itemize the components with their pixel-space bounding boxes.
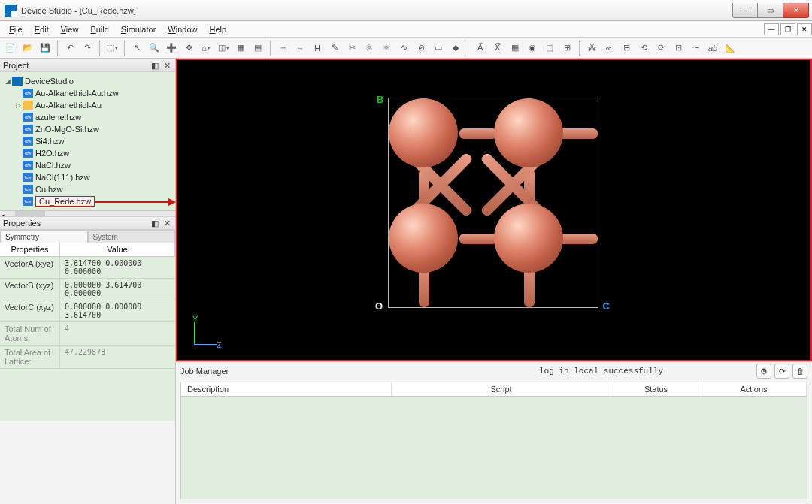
tree-item[interactable]: ▷Au-Alkanethiol-Au — [2, 99, 172, 111]
menu-file[interactable]: File — [3, 23, 29, 35]
properties-title: Properties — [3, 219, 41, 228]
tree-item[interactable]: Au-Alkanethiol-Au.hzw — [2, 87, 172, 99]
properties-close-icon[interactable]: ✕ — [162, 218, 172, 228]
menu-window[interactable]: Window — [162, 23, 203, 35]
property-row: VectorC (xyz)0.000000 0.000000 3.614700 — [0, 300, 175, 322]
atom[interactable] — [389, 204, 458, 273]
menu-help[interactable]: Help — [203, 23, 232, 35]
job-col-actions: Actions — [701, 382, 807, 396]
perspective-icon[interactable]: ◫ — [216, 41, 231, 56]
tree-item[interactable]: NaCl(111).hzw — [2, 171, 172, 183]
hzw-file-icon — [23, 113, 33, 122]
redo-icon[interactable]: ↷ — [80, 41, 95, 56]
tree-item[interactable]: NaCl.hzw — [2, 159, 172, 171]
chain-icon[interactable]: ∞ — [601, 41, 617, 56]
job-refresh-icon[interactable]: ⟳ — [774, 364, 789, 379]
job-settings-icon[interactable]: ⚙ — [756, 364, 771, 379]
tree-item[interactable]: Cu.hzw — [2, 183, 172, 195]
job-manager-title: Job Manager — [180, 367, 229, 376]
workarea: Project ◧ ✕ ◢ DeviceStudio Au-Alkanethio… — [0, 59, 812, 504]
job-col-status: Status — [611, 382, 701, 396]
origin-label: O — [375, 300, 383, 312]
solid-icon[interactable]: ◉ — [525, 41, 540, 56]
3d-viewport[interactable]: B O C — [176, 59, 812, 361]
close-button[interactable]: ✕ — [783, 3, 809, 18]
fragment-icon[interactable]: ◆ — [448, 41, 463, 56]
app-icon — [5, 5, 17, 17]
new-icon[interactable]: 📄 — [3, 41, 18, 56]
cell-box-icon[interactable]: ▢ — [542, 41, 557, 56]
device-1-icon[interactable]: ⊟ — [619, 41, 634, 56]
properties-col-value: Value — [60, 243, 175, 256]
undo-icon[interactable]: ↶ — [62, 41, 77, 56]
tree-item[interactable]: ZnO-MgO-Si.hzw — [2, 123, 172, 135]
cursor-icon[interactable]: ↖ — [129, 41, 144, 56]
home-icon[interactable]: ⌂ — [198, 41, 214, 56]
menu-view[interactable]: View — [55, 23, 85, 35]
select-mode-icon[interactable]: ▭ — [431, 41, 446, 56]
measure-icon[interactable]: 📐 — [723, 41, 738, 56]
hzw-file-icon — [23, 125, 33, 134]
edit-atom-icon[interactable]: ✎ — [327, 41, 342, 56]
mdi-restore-button[interactable]: ❐ — [780, 23, 795, 35]
rotate-right-icon[interactable]: ⟳ — [653, 41, 668, 56]
window-title: Device Studio - [Cu_Rede.hzw] — [21, 6, 732, 15]
hzw-file-icon — [23, 149, 33, 158]
path-icon[interactable]: ⤳ — [688, 41, 703, 56]
mdi-close-button[interactable]: ✕ — [797, 23, 812, 35]
properties-header: Properties ◧ ✕ — [0, 216, 175, 230]
project-float-icon[interactable]: ◧ — [150, 60, 160, 71]
cluster-icon[interactable]: ⁂ — [584, 41, 599, 56]
molecule-1-icon[interactable]: ⚛ — [362, 41, 377, 56]
tree-item[interactable]: azulene.hzw — [2, 111, 172, 123]
grid2-icon[interactable]: ▤ — [250, 41, 265, 56]
hzw-file-icon — [23, 185, 33, 194]
zoom-fit-icon[interactable]: 🔍 — [147, 41, 162, 56]
properties-tab-system[interactable]: System — [88, 231, 176, 243]
properties-float-icon[interactable]: ◧ — [150, 218, 160, 228]
wire-icon[interactable]: ▦ — [508, 41, 523, 56]
add-atom-icon[interactable]: ＋ — [275, 41, 290, 56]
properties-tab-symmetry[interactable]: Symmetry — [0, 231, 88, 243]
job-delete-icon[interactable]: 🗑 — [792, 364, 807, 379]
hydrogen-icon[interactable]: H — [310, 41, 325, 56]
menu-build[interactable]: Build — [84, 23, 114, 35]
maximize-button[interactable]: ▭ — [758, 3, 783, 18]
open-icon[interactable]: 📂 — [20, 41, 35, 56]
device-2-icon[interactable]: ⊡ — [671, 41, 686, 56]
project-close-icon[interactable]: ✕ — [162, 60, 172, 71]
tool-knife-icon[interactable]: ✂ — [344, 41, 359, 56]
axis-abc-icon[interactable]: A⃗ — [473, 41, 488, 56]
label-icon[interactable]: ab — [705, 41, 720, 56]
axis-xyz-icon[interactable]: X⃗ — [490, 41, 505, 56]
supercell-icon[interactable]: ⊞ — [559, 41, 574, 56]
save-icon[interactable]: 💾 — [38, 41, 53, 56]
hzw-file-icon — [23, 137, 33, 146]
atom[interactable] — [494, 204, 563, 273]
job-table-header: Description Script Status Actions — [180, 382, 807, 397]
tree-item[interactable]: Si4.hzw — [2, 135, 172, 147]
add-bond-icon[interactable]: ↔ — [292, 41, 308, 56]
tree-scrollbar[interactable]: ◂ — [0, 210, 175, 216]
menu-simulator[interactable]: Simulator — [115, 23, 162, 35]
job-col-description: Description — [181, 382, 392, 396]
job-table-body[interactable] — [180, 397, 807, 499]
properties-panel: Symmetry System Properties Value VectorA… — [0, 230, 175, 421]
zoom-in-icon[interactable]: ➕ — [164, 41, 179, 56]
minimize-button[interactable]: — — [732, 3, 758, 18]
link-icon[interactable]: ∿ — [396, 41, 411, 56]
tree-item[interactable]: H2O.hzw — [2, 147, 172, 159]
tree-root[interactable]: ◢ DeviceStudio — [2, 75, 172, 87]
menu-bar: File Edit View Build Simulator Window He… — [0, 21, 812, 38]
menu-edit[interactable]: Edit — [29, 23, 55, 35]
atom[interactable] — [389, 98, 458, 167]
pan-icon[interactable]: ✥ — [181, 41, 196, 56]
atom[interactable] — [494, 98, 563, 167]
molecule-2-icon[interactable]: ⚛ — [379, 41, 394, 56]
rotate-left-icon[interactable]: ⟲ — [636, 41, 651, 56]
project-tree[interactable]: ◢ DeviceStudio Au-Alkanethiol-Au.hzw▷Au-… — [0, 72, 175, 210]
break-icon[interactable]: ⊘ — [414, 41, 429, 56]
mdi-minimize-button[interactable]: — — [764, 23, 779, 35]
grid1-icon[interactable]: ▦ — [233, 41, 248, 56]
build-device-icon[interactable]: ⬚ — [105, 41, 120, 56]
